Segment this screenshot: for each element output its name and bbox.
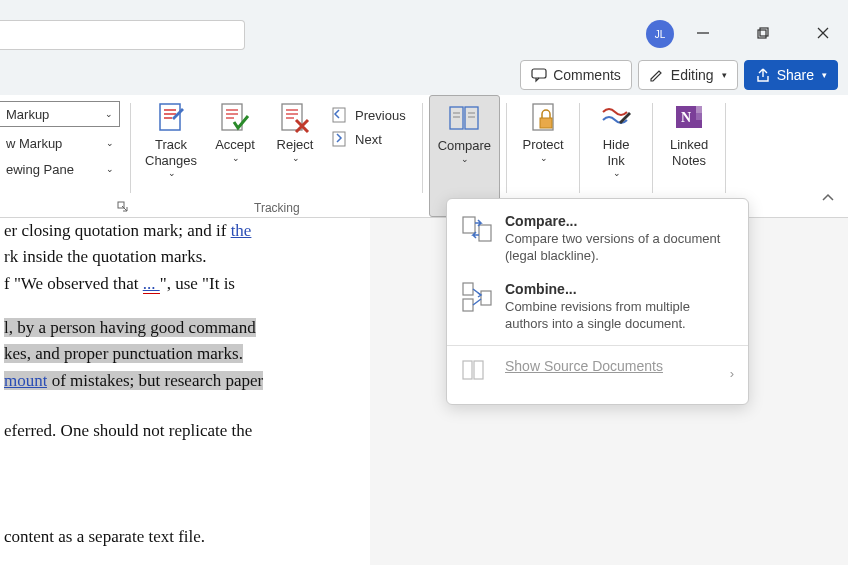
svg-rect-15	[282, 104, 302, 130]
next-label: Next	[355, 132, 382, 147]
separator	[725, 103, 726, 193]
maximize-button[interactable]	[748, 18, 778, 48]
action-row: Comments Editing ▾ Share ▾	[0, 55, 848, 95]
svg-text:N: N	[681, 110, 691, 125]
combine-docs-icon	[461, 281, 493, 313]
chevron-down-icon: ⌄	[232, 153, 240, 164]
compare-label: Compare	[438, 138, 491, 154]
chevron-down-icon: ⌄	[292, 153, 300, 164]
reviewing-pane-label: ewing Pane	[6, 162, 74, 177]
changes-nav: Previous Next	[325, 95, 416, 217]
protect-icon	[525, 99, 561, 135]
previous-change-button[interactable]: Previous	[325, 103, 412, 127]
doc-line: l, by a person having good command	[4, 315, 366, 341]
track-changes-label: Track Changes	[145, 137, 197, 168]
ink-icon	[598, 99, 634, 135]
doc-line: eferred. One should not replicate the	[4, 418, 366, 444]
svg-rect-36	[463, 283, 473, 295]
share-button[interactable]: Share ▾	[744, 60, 838, 90]
protect-label: Protect	[523, 137, 564, 153]
source-docs-icon	[461, 358, 493, 390]
compare-docs-icon	[461, 213, 493, 245]
comments-button[interactable]: Comments	[520, 60, 632, 90]
svg-rect-37	[463, 299, 473, 311]
window-controls	[688, 18, 838, 48]
svg-rect-31	[696, 106, 702, 113]
doc-line: kes, and proper punctuation marks.	[4, 341, 366, 367]
accept-label: Accept	[215, 137, 255, 153]
svg-rect-33	[696, 120, 702, 128]
combine-menu-item[interactable]: Combine... Combine revisions from multip…	[447, 273, 748, 341]
linked-notes-label: Linked Notes	[670, 137, 708, 168]
compare-description: Compare two versions of a document (lega…	[505, 231, 734, 265]
doc-line: er closing quotation mark; and if the	[4, 218, 366, 244]
tracking-group-label: Tracking	[254, 201, 300, 215]
show-source-label: Show Source Documents	[505, 358, 718, 374]
document-content[interactable]: er closing quotation mark; and if the rk…	[0, 218, 370, 565]
markup-select-label: Markup	[6, 107, 49, 122]
reviewing-pane-button[interactable]: ewing Pane ⌄	[0, 156, 120, 182]
show-source-menu-item: Show Source Documents ›	[447, 350, 748, 398]
track-changes-icon	[153, 99, 189, 135]
tracking-dialog-launcher[interactable]	[117, 201, 129, 213]
reject-icon	[277, 99, 313, 135]
share-label: Share	[777, 67, 814, 83]
chevron-down-icon: ⌄	[105, 109, 113, 119]
chevron-down-icon: ▾	[722, 70, 727, 80]
svg-rect-32	[696, 113, 702, 120]
track-changes-button[interactable]: Track Changes⌄	[137, 95, 205, 217]
svg-rect-2	[760, 28, 768, 36]
compare-icon	[446, 100, 482, 136]
svg-rect-34	[463, 217, 475, 233]
close-button[interactable]	[808, 18, 838, 48]
chevron-down-icon: ▾	[822, 70, 827, 80]
avatar[interactable]: JL	[646, 20, 674, 48]
chevron-down-icon: ⌄	[106, 164, 114, 174]
doc-line: content as a separate text file.	[4, 524, 366, 550]
next-icon	[331, 130, 349, 148]
minimize-button[interactable]	[688, 18, 718, 48]
combine-description: Combine revisions from multiple authors …	[505, 299, 734, 333]
compare-dropdown: Compare... Compare two versions of a doc…	[446, 198, 749, 405]
pencil-icon	[649, 67, 665, 83]
next-change-button[interactable]: Next	[325, 127, 412, 151]
doc-line: f "We observed that ... ", use "It is	[4, 271, 366, 297]
chevron-down-icon: ⌄	[540, 153, 548, 164]
reject-label: Reject	[277, 137, 314, 153]
svg-rect-5	[532, 69, 546, 78]
search-input[interactable]	[0, 20, 245, 50]
separator	[506, 103, 507, 193]
editing-button[interactable]: Editing ▾	[638, 60, 738, 90]
comment-icon	[531, 67, 547, 83]
titlebar: JL	[0, 0, 848, 55]
doc-blank	[4, 444, 366, 524]
show-markup-button[interactable]: w Markup ⌄	[0, 130, 120, 156]
chevron-down-icon: ⌄	[168, 168, 176, 179]
markup-display-select[interactable]: Markup ⌄	[0, 101, 120, 127]
combine-title: Combine...	[505, 281, 734, 297]
svg-rect-38	[481, 291, 491, 305]
chevron-down-icon: ⌄	[461, 154, 469, 165]
markup-options: Markup ⌄ w Markup ⌄ ewing Pane ⌄	[0, 95, 124, 217]
svg-rect-1	[758, 30, 766, 38]
svg-rect-35	[479, 225, 491, 241]
reject-button[interactable]: Reject⌄	[265, 95, 325, 217]
svg-rect-40	[474, 361, 483, 379]
svg-rect-21	[450, 107, 463, 129]
onenote-icon: N	[671, 99, 707, 135]
chevron-down-icon: ⌄	[106, 138, 114, 148]
comments-label: Comments	[553, 67, 621, 83]
chevron-right-icon: ›	[730, 366, 734, 381]
compare-menu-item[interactable]: Compare... Compare two versions of a doc…	[447, 205, 748, 273]
doc-line: mount of mistakes; but research paper	[4, 368, 366, 394]
previous-icon	[331, 106, 349, 124]
separator	[579, 103, 580, 193]
editing-label: Editing	[671, 67, 714, 83]
accept-button[interactable]: Accept⌄	[205, 95, 265, 217]
collapse-ribbon-button[interactable]	[820, 190, 836, 209]
svg-rect-22	[465, 107, 478, 129]
compare-title: Compare...	[505, 213, 734, 229]
separator	[652, 103, 653, 193]
doc-blank	[4, 394, 366, 418]
share-icon	[755, 67, 771, 83]
